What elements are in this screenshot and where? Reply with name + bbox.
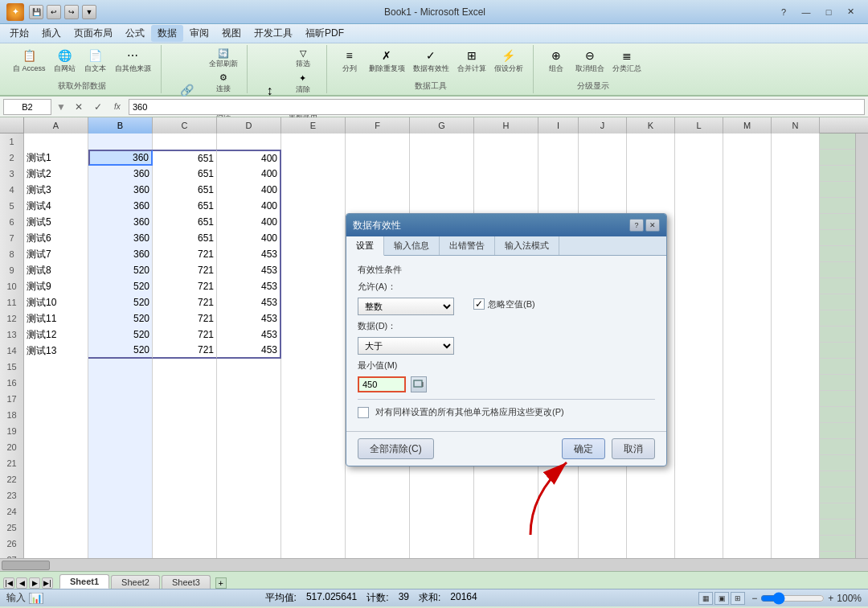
data-validation-dialog: 数据有效性 ? ✕ 设置 输入信息 出错警告 输入法模式 有效性条件 允许(A)… [346,213,667,466]
data-label: 数据(D)： [358,320,396,332]
dialog-title-text: 数据有效性 [353,219,401,232]
dialog-tabs: 设置 输入信息 出错警告 输入法模式 [346,236,666,256]
clear-all-button[interactable]: 全部清除(C) [358,438,434,459]
dialog-body: 有效性条件 允许(A)： 整数 小数 列表 日期 时间 文本长度 自定义 [346,256,666,426]
dialog-footer: 全部清除(C) 确定 取消 [346,431,666,466]
dialog-tab-input-msg[interactable]: 输入信息 [384,236,440,255]
dialog-title-buttons: ? ✕ [629,219,660,232]
ignore-blank-row: ✓ 忽略空值(B) [473,298,535,310]
data-select[interactable]: 大于 小于 等于 大于或等于 小于或等于 介于 不介于 [358,337,454,355]
data-select-wrap: 大于 小于 等于 大于或等于 小于或等于 介于 不介于 [358,337,454,355]
allow-label: 允许(A)： [358,281,406,293]
svg-rect-0 [414,380,422,387]
checkbox-check: ✓ [475,298,483,310]
dialog-tab-settings[interactable]: 设置 [346,236,384,256]
min-range-select-icon[interactable] [411,376,427,392]
ignore-blank-checkbox[interactable]: ✓ [473,298,485,310]
dialog-overlay: 数据有效性 ? ✕ 设置 输入信息 出错警告 输入法模式 有效性条件 允许(A)… [0,0,868,608]
data-label-row: 数据(D)： [358,320,655,332]
apply-all-label: 对有同样设置的所有其他单元格应用这些更改(P) [375,406,564,418]
cancel-button[interactable]: 取消 [612,438,655,459]
allow-row: 允许(A)： [358,281,655,293]
allow-select[interactable]: 整数 小数 列表 日期 时间 文本长度 自定义 [358,298,454,315]
dialog-tab-error-alert[interactable]: 出错警告 [440,236,495,255]
data-control-row: 大于 小于 等于 大于或等于 小于或等于 介于 不介于 [358,337,655,355]
min-input-row [358,376,655,392]
dialog-title-bar: 数据有效性 ? ✕ [346,214,666,236]
dialog-footer-right: 确定 取消 [562,438,655,459]
dialog-tab-ime[interactable]: 输入法模式 [495,236,559,255]
allow-select-wrap: 整数 小数 列表 日期 时间 文本长度 自定义 [358,298,454,315]
apply-all-row: 对有同样设置的所有其他单元格应用这些更改(P) [358,406,655,418]
validity-condition-title: 有效性条件 [358,264,655,276]
ignore-blank-label: 忽略空值(B) [488,298,535,310]
min-value-input[interactable] [358,376,406,392]
dialog-close-button[interactable]: ✕ [645,219,660,232]
dialog-divider [358,399,655,400]
allow-control-row: 整数 小数 列表 日期 时间 文本长度 自定义 ✓ 忽略空值(B) [358,298,655,315]
apply-all-checkbox[interactable] [358,407,369,418]
ok-button[interactable]: 确定 [562,438,605,459]
min-label-row: 最小值(M) [358,359,655,372]
min-label: 最小值(M) [358,359,398,372]
dialog-help-button[interactable]: ? [629,219,644,232]
